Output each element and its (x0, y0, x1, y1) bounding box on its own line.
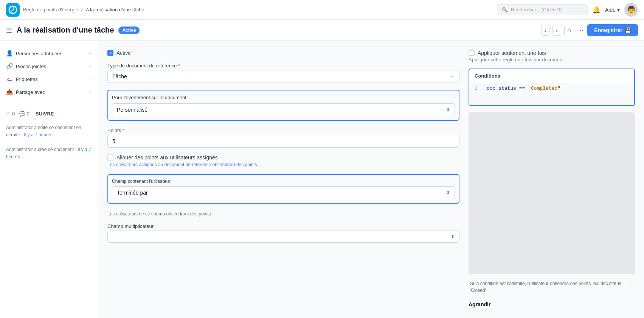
ref-doc-label: Type de document de référence * (107, 63, 459, 69)
sub-header: ☰ A la réalisation d'une tâche Activé ‹ … (0, 20, 644, 41)
history-link-2[interactable]: Il y a 7 heures (6, 147, 91, 159)
conditions-box: Conditions 1 doc.status == "Completed" (469, 69, 635, 106)
top-nav: Règle de points d'énergie > A la réalisa… (0, 0, 644, 20)
code-content: doc.status == "Completed" (487, 86, 560, 91)
code-line-1: 1 doc.status == "Completed" (475, 86, 629, 91)
nav-next-button[interactable]: › (552, 25, 561, 36)
agrandir-button[interactable]: Agrandir (469, 300, 635, 309)
sidebar-item-label: Partagé avec (16, 89, 45, 95)
activated-row: Activé (107, 50, 459, 56)
code-string: "Completed" (528, 86, 560, 91)
bell-button[interactable]: 🔔 (592, 6, 601, 14)
event-select[interactable]: Personnalisé ⬍ (112, 103, 455, 116)
heart-icon: ♡ (6, 111, 11, 117)
event-value: Personnalisé (117, 107, 147, 113)
page-title: A la réalisation d'une tâche (17, 26, 114, 34)
follow-button[interactable]: SUIVRE (36, 111, 54, 117)
sidebar-item-etiquettes[interactable]: 🏷 Étiquettes + (0, 73, 98, 86)
breadcrumb-parent[interactable]: Règle de points d'énergie (23, 7, 78, 12)
active-badge: Activé (118, 26, 140, 34)
nav-prev-button[interactable]: ‹ (541, 25, 550, 36)
hamburger-button[interactable]: ☰ (6, 26, 12, 34)
search-bar[interactable]: 🔍 Rechercher... (Ctrl + G) (497, 4, 588, 15)
search-placeholder: Rechercher... (Ctrl + G) (511, 7, 562, 12)
sidebar-item-pieces[interactable]: 🔗 Pièces jointes + (0, 60, 98, 73)
ref-doc-group: Type de document de référence * Tâche → (107, 63, 459, 83)
ref-doc-value: Tâche (112, 73, 127, 80)
history-item-1: Administrator a édité ce document en der… (6, 124, 92, 139)
apply-once-label: Appliquer seulement une fois (478, 50, 546, 56)
points-label: Points * (107, 128, 459, 133)
personnes-add-button[interactable]: + (88, 50, 92, 57)
apply-once-checkbox[interactable] (469, 50, 475, 56)
apply-once-group: Appliquer seulement une fois Appliquer c… (469, 50, 635, 62)
sidebar: 👤 Personnes attribuées + 🔗 Pièces jointe… (0, 41, 98, 318)
activated-label: Activé (116, 50, 131, 56)
main-content: Activé Type de document de référence * T… (98, 41, 644, 318)
etiquettes-icon: 🏷 (6, 76, 13, 83)
top-nav-left: Règle de points d'énergie > A la réalisa… (6, 3, 144, 17)
user-field-label: Champ contenant l'utilisateur (112, 179, 455, 184)
condition-note: Si la condition est satisfaite, l'utilis… (469, 280, 635, 294)
sub-header-left: ☰ A la réalisation d'une tâche Activé (6, 26, 140, 34)
comment-icon: 💬 (19, 111, 25, 117)
sidebar-item-personnes[interactable]: 👤 Personnes attribuées + (0, 47, 98, 60)
history-item-2: Administrator a créé ce document · Il y … (6, 146, 92, 161)
form-panel: Activé Type de document de référence * T… (107, 50, 459, 309)
event-label: Pour l'événement sur le document (112, 95, 186, 100)
pieces-icon: 🔗 (6, 63, 13, 70)
ref-doc-arrow: → (449, 73, 455, 80)
more-button[interactable]: ··· (577, 27, 584, 34)
breadcrumb-separator: > (81, 7, 84, 12)
code-area[interactable]: 1 doc.status == "Completed" (469, 83, 634, 105)
sidebar-item-label: Étiquettes (16, 76, 38, 82)
user-field-chevron: ⬍ (446, 190, 450, 195)
save-icon: 💾 (625, 27, 631, 33)
save-label: Enregistrer (594, 27, 622, 33)
search-icon: 🔍 (502, 7, 508, 12)
hearts-count: 0 (12, 111, 15, 117)
multiplier-select[interactable]: ⬍ (107, 231, 459, 243)
sidebar-item-label: Pièces jointes (16, 64, 46, 69)
sidebar-follow-row: ♡ 0 · 💬 0 SUIVRE (0, 108, 98, 120)
assign-group: Allouer des points aux utilisateurs assi… (107, 154, 459, 167)
event-group: Pour l'événement sur le document Personn… (107, 90, 459, 121)
partage-icon: 📤 (6, 89, 13, 95)
multiplier-group: Champ multiplicateur ⬍ (107, 223, 459, 243)
follow-counts: ♡ 0 · 💬 0 (6, 111, 29, 117)
conditions-header: Conditions (469, 69, 634, 83)
assign-checkbox[interactable] (107, 154, 113, 161)
points-input[interactable] (107, 135, 459, 148)
gray-spacer (469, 112, 635, 274)
top-nav-right: 🔍 Rechercher... (Ctrl + G) 🔔 Aide ▾ 👨 (497, 3, 638, 17)
avatar[interactable]: 👨 (624, 3, 638, 17)
pieces-add-button[interactable]: + (88, 63, 92, 70)
comments-count: 0 (27, 111, 29, 117)
aide-chevron: ▾ (617, 7, 620, 13)
assign-checkbox-label: Allouer des points aux utilisateurs assi… (116, 154, 218, 161)
sub-header-right: ‹ › ⎙ ··· Enregistrer 💾 (541, 24, 638, 36)
code-var: doc.status (487, 86, 516, 91)
multiplier-label: Champ multiplicateur (107, 223, 459, 229)
save-button[interactable]: Enregistrer 💾 (587, 24, 638, 36)
sidebar-item-label: Personnes attribuées (16, 51, 62, 56)
breadcrumb-current: A la réalisation d'une tâche (86, 7, 144, 12)
etiquettes-add-button[interactable]: + (88, 76, 92, 83)
app-logo[interactable] (6, 3, 20, 17)
partage-add-button[interactable]: + (88, 89, 92, 95)
code-operator: == (519, 86, 528, 91)
aide-button[interactable]: Aide ▾ (605, 7, 620, 13)
aide-label: Aide (605, 7, 616, 13)
sidebar-item-partage[interactable]: 📤 Partagé avec + (0, 86, 98, 98)
multiplier-chevron: ⬍ (451, 234, 455, 239)
user-field-group: Champ contenant l'utilisateur Terminée p… (107, 174, 459, 204)
line-number: 1 (475, 86, 482, 91)
event-chevron: ⬍ (446, 107, 450, 112)
print-button[interactable]: ⎙ (564, 25, 574, 35)
right-panel: Appliquer seulement une fois Appliquer c… (469, 50, 635, 309)
apply-once-note: Appliquer cette règle une fois par docum… (469, 57, 635, 62)
history-link-1[interactable]: Il y a 7 heures (24, 132, 52, 137)
activated-checkbox[interactable] (107, 50, 113, 56)
user-field-select[interactable]: Terminée par ⬍ (112, 186, 455, 199)
ref-doc-select[interactable]: Tâche → (107, 70, 459, 83)
